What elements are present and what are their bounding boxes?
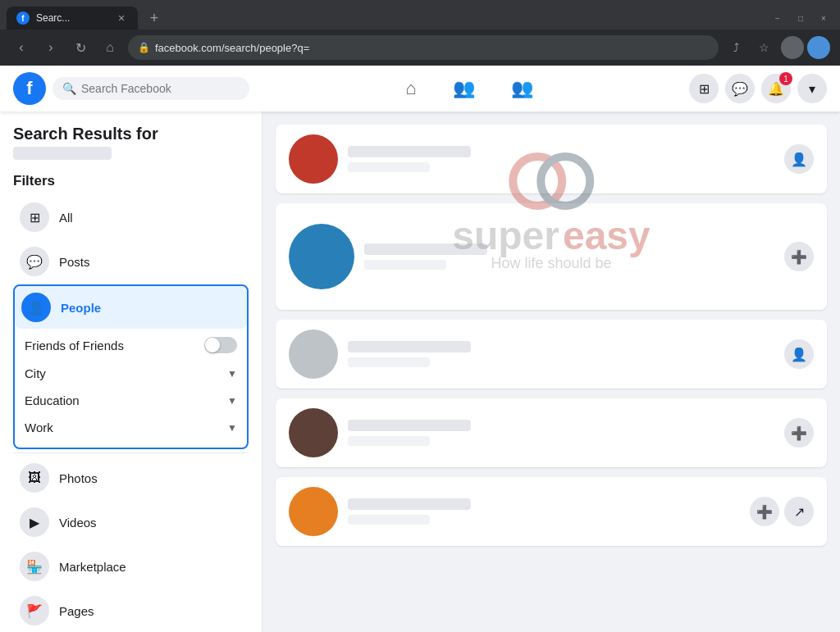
result-info-5 xyxy=(348,498,740,525)
result-external-button-5[interactable]: ↗ xyxy=(784,497,814,526)
filter-people[interactable]: 👤 People xyxy=(15,286,247,329)
result-name-blur-2 xyxy=(364,243,487,255)
result-actions-5: ➕ ↗ xyxy=(750,497,814,526)
videos-filter-icon: ▶ xyxy=(20,507,49,537)
marketplace-filter-icon: 🏪 xyxy=(20,552,49,581)
city-label: City xyxy=(25,366,46,380)
result-avatar-2 xyxy=(289,224,354,289)
result-avatar-3 xyxy=(289,330,338,379)
result-name-blur-1 xyxy=(348,146,471,157)
grid-menu-button[interactable]: ⊞ xyxy=(689,74,719,103)
lock-icon: 🔒 xyxy=(138,42,150,53)
nav-groups[interactable]: 👥 xyxy=(495,71,550,106)
result-card-3: 👤 xyxy=(276,320,827,389)
profile-pic-2[interactable] xyxy=(807,36,830,59)
main-nav: ⌂ 👥 👥 xyxy=(256,71,682,106)
result-action-1[interactable]: 👤 xyxy=(784,144,814,174)
people-filter-section: 👤 People Friends of Friends City ▼ xyxy=(13,284,249,449)
result-info-4 xyxy=(348,420,774,446)
result-card-4: ➕ xyxy=(276,398,827,467)
header-actions: ⊞ 💬 🔔 1 ▾ xyxy=(689,74,827,103)
tab-close-button[interactable]: × xyxy=(115,11,128,25)
notification-badge: 1 xyxy=(779,72,792,85)
result-name-blur-5 xyxy=(348,498,471,510)
nav-home[interactable]: ⌂ xyxy=(389,71,432,106)
bookmark-button[interactable]: ☆ xyxy=(753,37,774,58)
people-filter-icon: 👤 xyxy=(21,293,51,322)
url-box[interactable]: 🔒 facebook.com/search/people?q= xyxy=(128,35,719,60)
people-sub-filters: Friends of Friends City ▼ Education ▼ xyxy=(15,330,247,448)
result-name-blur-3 xyxy=(348,341,471,352)
minimize-button[interactable]: − xyxy=(768,8,788,28)
search-query-blurred xyxy=(13,147,112,160)
close-button[interactable]: × xyxy=(814,8,833,28)
back-button[interactable]: ‹ xyxy=(10,36,33,59)
result-sub-blur-5 xyxy=(348,515,430,525)
education-label: Education xyxy=(25,393,80,407)
nav-friends[interactable]: 👥 xyxy=(436,71,491,106)
result-add-button-5[interactable]: ➕ xyxy=(750,497,779,526)
education-filter[interactable]: Education ▼ xyxy=(21,387,240,414)
profile-pic-1[interactable] xyxy=(781,36,804,59)
friends-of-friends-filter: Friends of Friends xyxy=(21,330,240,360)
result-info-2 xyxy=(364,243,774,270)
profile-pictures xyxy=(781,36,830,59)
account-menu-button[interactable]: ▾ xyxy=(797,74,827,103)
tab-title: Searc... xyxy=(36,12,108,24)
result-action-2[interactable]: ➕ xyxy=(784,242,814,271)
home-button[interactable]: ⌂ xyxy=(98,36,121,59)
search-box[interactable]: 🔍 xyxy=(52,77,249,100)
result-avatar-5 xyxy=(289,487,338,536)
notifications-button[interactable]: 🔔 1 xyxy=(761,74,791,103)
pages-filter-icon: 🚩 xyxy=(20,596,49,625)
window-controls: − □ × xyxy=(768,8,833,28)
result-info-3 xyxy=(348,341,774,367)
filter-posts-label: Posts xyxy=(59,255,90,269)
search-input[interactable] xyxy=(81,82,240,95)
education-dropdown-arrow: ▼ xyxy=(227,395,237,407)
facebook-app: f 🔍 ⌂ 👥 👥 ⊞ 💬 🔔 1 xyxy=(0,66,840,632)
work-dropdown-arrow: ▼ xyxy=(227,422,237,434)
result-card-5: ➕ ↗ xyxy=(276,477,827,546)
messenger-button[interactable]: 💬 xyxy=(725,74,755,103)
result-action-4[interactable]: ➕ xyxy=(784,418,814,448)
result-sub-blur-1 xyxy=(348,162,430,172)
page-title: Search Results for xyxy=(13,125,249,143)
filter-all-label: All xyxy=(59,211,73,225)
result-action-3[interactable]: 👤 xyxy=(784,339,814,369)
city-filter[interactable]: City ▼ xyxy=(21,360,240,387)
filter-all[interactable]: ⊞ All xyxy=(13,196,249,239)
search-icon: 🔍 xyxy=(62,82,76,95)
result-info-1 xyxy=(348,146,774,172)
filter-pages[interactable]: 🚩 Pages xyxy=(13,589,249,632)
share-button[interactable]: ⤴ xyxy=(725,37,746,58)
posts-filter-icon: 💬 xyxy=(20,247,49,276)
all-filter-icon: ⊞ xyxy=(20,202,49,232)
maximize-button[interactable]: □ xyxy=(791,8,810,28)
filter-posts[interactable]: 💬 Posts xyxy=(13,240,249,283)
work-label: Work xyxy=(25,421,53,434)
result-sub-blur-4 xyxy=(348,436,430,446)
active-tab[interactable]: f Searc... × xyxy=(7,7,138,30)
photos-filter-icon: 🖼 xyxy=(20,463,49,493)
refresh-button[interactable]: ↻ xyxy=(69,36,92,59)
filter-pages-label: Pages xyxy=(59,604,94,618)
home-icon: ⌂ xyxy=(405,78,416,99)
facebook-header: f 🔍 ⌂ 👥 👥 ⊞ 💬 🔔 1 xyxy=(0,66,840,111)
content-area: Search Results for Filters ⊞ All 💬 Posts… xyxy=(0,111,840,632)
sidebar-divider xyxy=(13,452,249,453)
new-tab-button[interactable]: + xyxy=(144,8,164,28)
forward-button[interactable]: › xyxy=(39,36,62,59)
facebook-logo[interactable]: f xyxy=(13,72,46,105)
tab-favicon: f xyxy=(16,11,30,25)
result-avatar-4 xyxy=(289,408,338,457)
messenger-icon: 💬 xyxy=(732,81,748,97)
results-area: super easy How life should be 👤 xyxy=(262,111,840,632)
result-card-2: ➕ xyxy=(276,203,827,310)
filter-photos[interactable]: 🖼 Photos xyxy=(13,457,249,499)
friends-of-friends-toggle[interactable] xyxy=(204,337,237,353)
work-filter[interactable]: Work ▼ xyxy=(21,414,240,441)
result-sub-blur-3 xyxy=(348,357,430,367)
filter-videos[interactable]: ▶ Videos xyxy=(13,501,249,543)
filter-marketplace[interactable]: 🏪 Marketplace xyxy=(13,545,249,588)
